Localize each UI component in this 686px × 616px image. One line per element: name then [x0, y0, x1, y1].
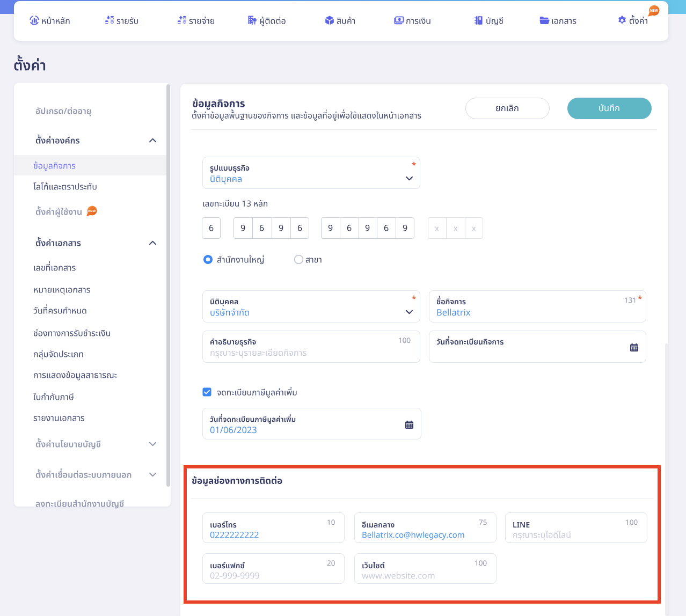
svg-text:NEW: NEW	[89, 209, 96, 212]
svg-text:NEW: NEW	[650, 9, 658, 12]
